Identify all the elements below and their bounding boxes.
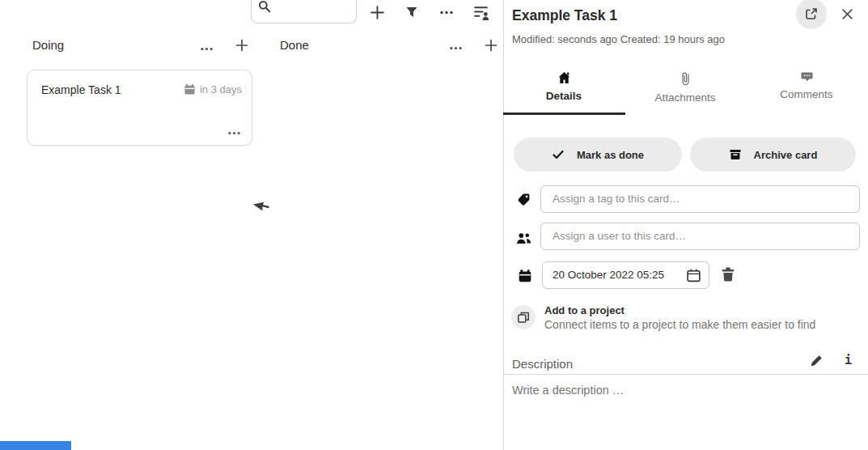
column-title-done: Done (280, 38, 309, 52)
due-date-value: 20 October 2022 05:25 (553, 269, 664, 281)
tab-details[interactable]: Details (503, 68, 625, 113)
home-icon (557, 71, 571, 84)
projects-icon (517, 311, 530, 324)
add-button[interactable] (368, 3, 386, 21)
mouse-cursor (253, 195, 274, 223)
calendar-icon (184, 83, 196, 96)
add-to-project-subtitle: Connect items to a project to make them … (544, 318, 815, 331)
chat-bubble-icon (801, 71, 813, 83)
assign-user-field[interactable] (540, 223, 860, 250)
archive-card-label: Archive card (754, 149, 818, 161)
add-to-project-button[interactable] (511, 305, 536, 329)
column-done-add-icon[interactable] (482, 37, 500, 53)
close-icon[interactable] (837, 4, 857, 23)
check-icon (552, 148, 565, 161)
search-input[interactable] (276, 2, 354, 19)
card-more-icon[interactable] (228, 131, 240, 135)
mark-as-done-button[interactable]: Mark as done (514, 138, 682, 172)
search-icon (257, 0, 271, 13)
description-separator (503, 374, 868, 375)
assign-tag-input[interactable] (551, 192, 845, 206)
tab-attachments-label: Attachments (654, 91, 715, 104)
due-date-field[interactable]: 20 October 2022 05:25 (542, 261, 709, 289)
assign-tag-field[interactable] (540, 185, 860, 213)
search-input-wrapper (251, 0, 357, 23)
tab-details-label: Details (546, 90, 582, 102)
description-placeholder[interactable]: Write a description … (512, 384, 624, 397)
tab-comments[interactable]: Comments (746, 68, 867, 113)
panel-meta: Modified: seconds ago Created: 19 hours … (512, 33, 725, 45)
column-title-doing: Doing (32, 38, 64, 52)
column-doing-more-icon[interactable] (197, 40, 215, 57)
more-options-icon[interactable] (438, 3, 455, 21)
add-to-project-title[interactable]: Add to a project (544, 304, 625, 316)
tab-comments-label: Comments (780, 88, 832, 100)
mark-as-done-label: Mark as done (577, 149, 644, 161)
open-in-window-button[interactable] (796, 0, 827, 29)
bottom-left-accent-bar (0, 441, 71, 450)
card-title: Example Task 1 (41, 83, 121, 96)
card-due-label: in 3 days (200, 83, 242, 96)
panel-title: Example Task 1 (512, 7, 617, 24)
description-info-icon[interactable]: i (845, 353, 852, 367)
tab-attachments[interactable]: Attachments (625, 68, 746, 113)
paperclip-icon (681, 71, 690, 86)
calendar-picker-icon[interactable] (686, 268, 701, 283)
external-link-icon (805, 7, 818, 20)
archive-card-button[interactable]: Archive card (690, 138, 856, 172)
kanban-app-window: Doing Done Example Task 1 in 3 days Exam… (0, 0, 868, 450)
remove-due-date-trash-icon[interactable] (721, 267, 735, 282)
task-card[interactable]: Example Task 1 in 3 days (27, 70, 252, 146)
tag-icon (516, 192, 532, 208)
users-icon (515, 230, 531, 246)
card-due-date: in 3 days (184, 83, 242, 96)
sort-assignees-icon[interactable] (472, 3, 490, 21)
due-date-calendar-icon (517, 268, 533, 284)
archive-icon (729, 148, 742, 161)
assign-user-input[interactable] (551, 229, 845, 243)
filter-icon[interactable] (403, 3, 421, 21)
description-label: Description (512, 357, 573, 371)
edit-description-pencil-icon[interactable] (810, 354, 823, 367)
active-tab-underline (503, 112, 625, 115)
column-doing-add-icon[interactable] (233, 37, 251, 53)
column-done-more-icon[interactable] (447, 40, 464, 56)
